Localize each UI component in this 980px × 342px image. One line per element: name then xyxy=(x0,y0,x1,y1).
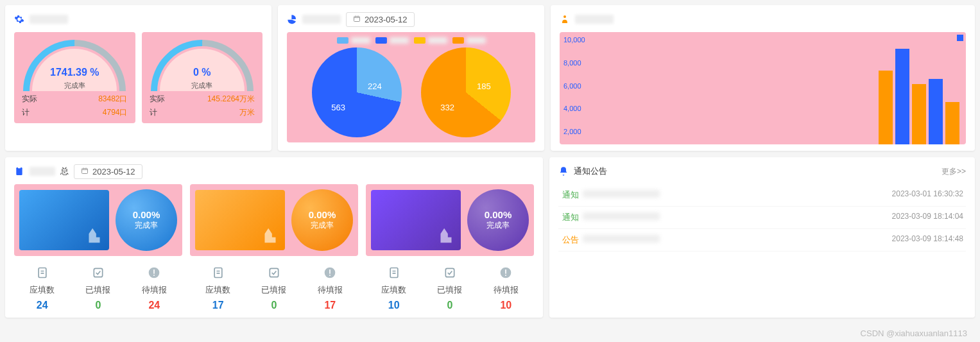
date-picker-1[interactable]: 2023-05-12 xyxy=(346,12,415,27)
bar-card: 10,0008,0006,0004,0002,000 xyxy=(551,5,975,151)
calendar-icon xyxy=(353,15,361,24)
svg-rect-16 xyxy=(445,268,454,277)
gear-icon xyxy=(14,14,24,24)
gauge-title xyxy=(30,15,68,24)
notice-item[interactable]: 公告 2023-03-09 18:14:48 xyxy=(558,229,966,252)
stat-value: 24 xyxy=(37,300,48,311)
legend-item[interactable] xyxy=(375,37,409,44)
date-value: 2023-05-12 xyxy=(92,167,135,176)
svg-rect-9 xyxy=(153,275,155,276)
legend-item[interactable] xyxy=(452,37,486,44)
pie-slice-value: 332 xyxy=(440,103,454,112)
stat-illustration xyxy=(371,190,461,250)
stat-label: 应填数 xyxy=(381,284,406,296)
legend-item[interactable] xyxy=(414,37,447,44)
svg-rect-2 xyxy=(16,167,22,175)
gauge-row-value: 万米 xyxy=(239,107,255,118)
pie-slice-value: 224 xyxy=(368,81,382,91)
date-picker-2[interactable]: 2023-05-12 xyxy=(74,164,142,179)
stat-label: 待填报 xyxy=(142,284,167,296)
stat-label: 已填报 xyxy=(85,284,110,296)
svg-rect-19 xyxy=(505,275,506,276)
y-tick: 10,000 xyxy=(563,36,585,44)
stat-should: 应填数 24 xyxy=(30,265,55,311)
stat-percent-label: 完成率 xyxy=(486,220,510,231)
bar xyxy=(929,79,943,144)
notice-time: 2023-03-09 18:14:48 xyxy=(892,234,963,246)
stat-percent: 0.00% xyxy=(133,209,160,220)
summary-title-suffix: 总 xyxy=(60,166,69,177)
done-icon xyxy=(266,265,282,280)
stat-should: 应填数 10 xyxy=(381,265,406,311)
calendar-icon xyxy=(81,167,89,176)
pie-chart: 224 563 xyxy=(312,47,402,137)
svg-rect-18 xyxy=(505,269,506,274)
stat-value: 24 xyxy=(148,300,160,311)
gauge-row-value: 83482口 xyxy=(98,94,127,105)
stat-value: 0 xyxy=(447,300,453,311)
stat-card: 0.00% 完成率 应填数 17 已填报 0 待填报 17 xyxy=(190,184,358,311)
pending-icon xyxy=(146,265,162,280)
gauge-percent: 0 % xyxy=(151,67,254,78)
gauge-row-label: 实际 xyxy=(150,94,165,105)
stat-label: 待填报 xyxy=(494,284,519,296)
notice-title: 通知公告 xyxy=(574,166,607,177)
stat-percent: 0.00% xyxy=(309,209,336,220)
gauge-row-value: 145.2264万米 xyxy=(207,94,255,105)
notice-item[interactable]: 通知 2023-03-09 18:14:04 xyxy=(558,207,966,229)
notice-tag: 公告 xyxy=(561,235,580,244)
svg-rect-4 xyxy=(82,168,88,173)
stat-value: 10 xyxy=(388,300,400,311)
y-tick: 8,000 xyxy=(563,59,585,67)
stat-label: 已填报 xyxy=(261,284,286,296)
summary-card: 总 2023-05-12 0.00% 完成率 应填数 xyxy=(5,157,543,318)
date-value: 2023-05-12 xyxy=(365,15,408,24)
stat-pending: 待填报 10 xyxy=(494,265,519,311)
stat-label: 已填报 xyxy=(437,284,462,296)
svg-rect-13 xyxy=(329,269,331,274)
gauge-row-label: 计 xyxy=(22,107,30,118)
stat-label: 待填报 xyxy=(318,284,343,296)
y-tick: 6,000 xyxy=(563,82,585,90)
gauge-card: 1741.39 % 完成率 实际83482口计4794口 0 % 完成率 实际1… xyxy=(5,5,271,151)
stat-value: 17 xyxy=(212,300,224,311)
stat-illustration xyxy=(195,190,285,250)
stat-percent: 0.00% xyxy=(485,209,512,220)
bar-title xyxy=(575,15,614,24)
notice-text-blur xyxy=(583,235,660,243)
stat-label: 应填数 xyxy=(205,284,230,296)
notice-text-blur xyxy=(583,190,660,198)
notice-tag: 通知 xyxy=(561,212,580,222)
notice-tag: 通知 xyxy=(561,190,580,200)
bar xyxy=(879,71,893,144)
stat-value: 0 xyxy=(96,300,101,311)
bar xyxy=(912,84,926,144)
gauge-percent: 1741.39 % xyxy=(23,67,126,78)
clipboard-icon xyxy=(14,166,24,176)
done-icon xyxy=(90,265,106,280)
bar xyxy=(895,49,909,144)
stat-percent-label: 完成率 xyxy=(311,220,334,231)
svg-rect-8 xyxy=(153,269,155,274)
stat-percent-label: 完成率 xyxy=(135,220,158,231)
pending-icon xyxy=(498,265,513,280)
svg-rect-6 xyxy=(94,268,102,277)
svg-rect-3 xyxy=(18,167,21,169)
notice-item[interactable]: 通知 2023-03-01 16:30:32 xyxy=(558,184,966,207)
stat-circle: 0.00% 完成率 xyxy=(116,189,177,251)
gauge-row-label: 实际 xyxy=(22,94,37,105)
pie-icon xyxy=(287,14,297,24)
summary-title-blur xyxy=(30,167,55,176)
pending-icon xyxy=(322,265,338,280)
svg-rect-11 xyxy=(270,268,278,277)
stat-circle: 0.00% 完成率 xyxy=(291,189,353,251)
watermark: CSDN @xiahuaxuanlan1113 xyxy=(861,329,967,329)
svg-point-1 xyxy=(563,15,566,18)
stat-value: 10 xyxy=(500,300,511,311)
svg-rect-14 xyxy=(329,275,331,276)
stat-value: 0 xyxy=(271,300,277,311)
y-tick: 2,000 xyxy=(563,128,585,135)
legend-item[interactable] xyxy=(337,37,370,44)
more-link[interactable]: 更多>> xyxy=(941,166,966,177)
pie-title xyxy=(302,15,341,24)
